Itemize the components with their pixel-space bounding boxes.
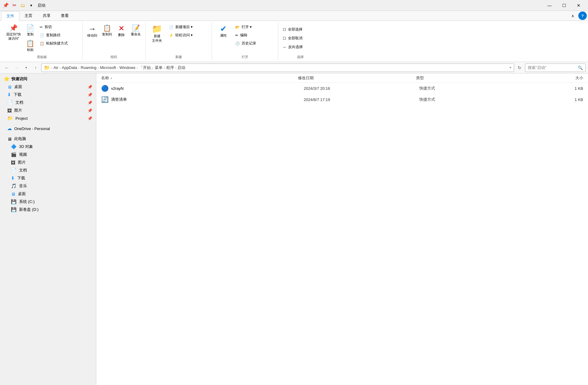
- paste-icon: 📋: [26, 40, 34, 47]
- bc-windows[interactable]: Windows: [120, 65, 136, 70]
- col-date-header[interactable]: 修改日期: [298, 75, 416, 81]
- history-button[interactable]: 🕐 历史记录: [233, 40, 276, 47]
- minimize-button[interactable]: —: [543, 0, 557, 11]
- sidebar-item-pictures[interactable]: 🖼 图片: [0, 158, 96, 166]
- sidebar-item-drive-d[interactable]: 💾 新卷盘 (D:): [0, 206, 96, 214]
- tab-view[interactable]: 查看: [56, 11, 74, 21]
- folder-icon[interactable]: 🗂: [19, 2, 26, 9]
- sidebar-item-thispc[interactable]: 🖥 此电脑: [0, 135, 96, 143]
- refresh-button[interactable]: ↻: [515, 64, 524, 72]
- edit-label: 编辑: [240, 33, 247, 38]
- pin-icon: 📌: [88, 116, 92, 121]
- tab-home[interactable]: 主页: [19, 11, 38, 21]
- search-input[interactable]: [528, 65, 576, 70]
- new-folder-button[interactable]: 📁 新建文件夹: [148, 23, 166, 44]
- pin-icon[interactable]: 📌: [2, 2, 9, 9]
- select-all-button[interactable]: ☐ 全部选择: [281, 26, 320, 33]
- bc-startmenu[interactable]: 「开始」菜单: [139, 65, 163, 70]
- open-button[interactable]: 📂 打开 ▾: [233, 23, 276, 31]
- bc-roaming[interactable]: Roaming: [81, 65, 97, 70]
- easy-access-button[interactable]: ⚡ 轻松访问 ▾: [167, 31, 209, 39]
- sidebar-item-drive-c[interactable]: 💾 系统 (C:): [0, 198, 96, 206]
- pin-icon: 📌: [9, 25, 18, 31]
- sidebar-item-desktop[interactable]: 🖥 桌面: [0, 190, 96, 198]
- col-name-header[interactable]: 名称 ∧: [101, 75, 298, 81]
- sidebar: ⭐ 快速访问 🖥 桌面 📌 ⬇ 下载 📌 📄 文档 📌 🖼 图片 �: [0, 73, 96, 385]
- desktop-label: 桌面: [14, 84, 22, 90]
- collapse-ribbon-button[interactable]: ∧: [569, 12, 577, 19]
- table-row[interactable]: 🔄 滴答清单 2024/8/7 17:19 快捷方式 1 KB: [96, 94, 588, 105]
- up-button[interactable]: ↑: [31, 64, 40, 72]
- dropdown-arrow-icon[interactable]: ▾: [510, 66, 511, 70]
- col-size-header[interactable]: 大小: [514, 75, 583, 81]
- copy-to-button[interactable]: 📋 复制到: [100, 23, 114, 38]
- sidebar-item-documents[interactable]: 📄 文档: [0, 166, 96, 174]
- maximize-button[interactable]: ☐: [557, 0, 571, 11]
- move-to-button[interactable]: → 移动到: [85, 23, 99, 39]
- paste-shortcut-button[interactable]: 📋 粘贴快捷方式: [38, 40, 80, 47]
- sort-arrow-icon: ∧: [110, 77, 112, 80]
- deselect-all-icon: ☐: [283, 36, 286, 41]
- sidebar-item-desktop-quick[interactable]: 🖥 桌面 📌: [0, 83, 96, 91]
- sidebar-item-downloads[interactable]: ⬇ 下载: [0, 174, 96, 182]
- title-bar-icons: 📌 ✂ 🗂 ▼: [2, 2, 35, 9]
- dida-icon: 🔄: [101, 96, 109, 103]
- back-button[interactable]: ←: [2, 64, 11, 72]
- table-row[interactable]: 🔵 v2rayN 2024/3/7 20:16 快捷方式 1 KB: [96, 83, 588, 94]
- recent-locations-button[interactable]: ▾: [22, 64, 30, 72]
- sidebar-item-3dobjects[interactable]: 🔷 3D 对象: [0, 143, 96, 151]
- bc-programs[interactable]: 程序: [166, 65, 174, 70]
- paste-button[interactable]: 📋 粘贴: [24, 39, 37, 54]
- sidebar-item-onedrive[interactable]: ☁ OneDrive - Personal: [0, 125, 96, 132]
- bc-appdata[interactable]: AppData: [62, 65, 77, 70]
- sidebar-item-documents-quick[interactable]: 📄 文档 📌: [0, 99, 96, 106]
- sidebar-item-videos[interactable]: 🎬 视频: [0, 151, 96, 158]
- search-icon[interactable]: 🔍: [578, 65, 583, 70]
- rename-button[interactable]: 📝 重命名: [129, 23, 143, 38]
- title-bar: 📌 ✂ 🗂 ▼ 启动 — ☐ ✕: [0, 0, 588, 11]
- v2rayn-name: v2rayN: [111, 86, 304, 91]
- quick-access-header[interactable]: ⭐ 快速访问: [0, 73, 96, 83]
- move-to-label: 移动到: [87, 33, 97, 38]
- new-item-button[interactable]: 📄 新建项目 ▾: [167, 23, 209, 31]
- bc-microsoft[interactable]: Microsoft: [100, 65, 116, 70]
- edit-button[interactable]: ✏ 编辑: [233, 31, 276, 39]
- forward-button[interactable]: →: [12, 64, 21, 72]
- col-type-header[interactable]: 类型: [416, 75, 514, 81]
- tab-share[interactable]: 共享: [38, 11, 56, 21]
- thispc-label: 此电脑: [14, 136, 26, 142]
- ribbon-group-new: 📁 新建文件夹 📄 新建项目 ▾ ⚡ 轻松访问 ▾ 新建: [146, 22, 212, 60]
- invert-selection-button[interactable]: ↔ 反向选择: [281, 43, 320, 51]
- deselect-all-button[interactable]: ☐ 全部取消: [281, 34, 320, 42]
- tab-file[interactable]: 文件: [1, 11, 19, 21]
- videos-label: 视频: [19, 152, 27, 157]
- copy-path-label: 复制路径: [46, 33, 61, 38]
- sidebar-item-music[interactable]: 🎵 音乐: [0, 182, 96, 190]
- window-controls: — ☐ ✕: [543, 0, 586, 11]
- copy-button[interactable]: 📄 复制: [24, 23, 37, 38]
- select-col: ☐ 全部选择 ☐ 全部取消 ↔ 反向选择: [281, 23, 320, 51]
- scissors-icon[interactable]: ✂: [11, 2, 18, 9]
- copy-path-button[interactable]: 📄 复制路径: [38, 31, 80, 39]
- properties-button[interactable]: ✔ 属性: [214, 23, 233, 39]
- sidebar-item-project[interactable]: 📁 Project 📌: [0, 114, 96, 122]
- breadcrumb[interactable]: 📁 › Air › AppData › Roaming › Microsoft …: [41, 64, 514, 72]
- pin-quick-access-button[interactable]: 📌 固定到"快速访问": [4, 23, 23, 42]
- sidebar-item-pictures-quick[interactable]: 🖼 图片 📌: [0, 106, 96, 114]
- delete-button[interactable]: ✕ 删除: [115, 23, 128, 39]
- history-label: 历史记录: [242, 41, 256, 46]
- dropdown-icon[interactable]: ▼: [28, 2, 35, 9]
- bc-air[interactable]: Air: [54, 65, 58, 70]
- close-button[interactable]: ✕: [572, 0, 586, 11]
- copy-path-icon: 📄: [40, 33, 44, 38]
- copy-label: 复制: [27, 32, 34, 37]
- search-box[interactable]: 🔍: [525, 64, 586, 72]
- help-button[interactable]: ?: [578, 11, 587, 20]
- bc-startup[interactable]: 启动: [177, 65, 185, 70]
- open-icon: 📂: [235, 25, 240, 29]
- move-icon: →: [88, 25, 96, 33]
- ribbon-group-open: ✔ 属性 📂 打开 ▾ ✏ 编辑 🕐 历史记录: [212, 22, 278, 60]
- sidebar-item-downloads-quick[interactable]: ⬇ 下载 📌: [0, 91, 96, 99]
- drive-c-icon: 💾: [11, 199, 17, 204]
- cut-button[interactable]: ✂ 剪切: [38, 23, 80, 31]
